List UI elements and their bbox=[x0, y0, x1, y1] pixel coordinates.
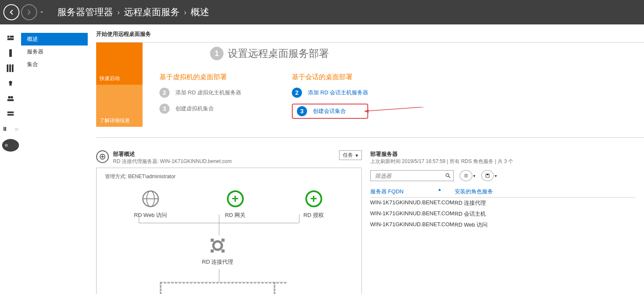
svg-rect-2 bbox=[7, 38, 13, 40]
deployment-servers-pane: 部署服务器 上次刷新时间 2019/5/17 16:57:59 | 所有 RDS… bbox=[370, 150, 636, 294]
vm-deploy-heading: 基于虚拟机的桌面部署 bbox=[159, 73, 241, 82]
cell-fqdn: WIN-1K71GKINNUD.BENET.COM bbox=[370, 210, 455, 218]
breadcrumb-root[interactable]: 服务器管理器 bbox=[57, 6, 113, 19]
content-area: 开始使用远程桌面服务 快速启动 了解详细信息 1 设置远程桌面服务部署 基于虚拟… bbox=[88, 24, 644, 294]
breadcrumb: 服务器管理器 › 远程桌面服务 › 概述 bbox=[57, 6, 209, 19]
svg-rect-26 bbox=[211, 249, 214, 252]
table-row[interactable]: WIN-1K71GKINNUD.BENET.COMRD 会话主机 bbox=[370, 208, 636, 219]
rail-dashboard-icon[interactable] bbox=[4, 33, 17, 43]
step-badge-2: 2 bbox=[159, 88, 170, 98]
table-row[interactable]: WIN-1K71GKINNUD.BENET.COMRD Web 访问 bbox=[370, 219, 636, 230]
svg-point-7 bbox=[9, 81, 12, 84]
deployment-overview-pane: 部署概述 RD 连接代理服务器: WIN-1K71GKINNUD.benet.c… bbox=[96, 150, 362, 294]
filter-input[interactable] bbox=[371, 173, 442, 179]
chevron-right-icon: › bbox=[117, 8, 120, 17]
deploy-overview-sub: RD 连接代理服务器: WIN-1K71GKINNUD.benet.com bbox=[113, 158, 335, 165]
flyout-icon: ▷ bbox=[16, 127, 19, 131]
col-fqdn[interactable]: 服务器 FQDN▲ bbox=[370, 188, 455, 195]
cell-role: RD 会话主机 bbox=[455, 210, 486, 218]
tile-learn-more[interactable]: 了解详细信息 bbox=[96, 85, 143, 127]
deployment-diagram: 管理方式: BENET\administrator RD Web 访问 + RD… bbox=[96, 168, 362, 294]
col-role[interactable]: 安装的角色服务 bbox=[455, 188, 493, 195]
node-label: RD 授权 bbox=[303, 211, 323, 219]
session-step-add-host[interactable]: 2 添加 RD 会话主机服务器 bbox=[292, 88, 368, 98]
globe-icon bbox=[140, 189, 161, 209]
svg-line-29 bbox=[449, 176, 450, 178]
step-label: 添加 RD 会话主机服务器 bbox=[308, 89, 368, 96]
deploy-servers-sub: 上次刷新时间 2019/5/17 16:57:59 | 所有 RDS 角色服务 … bbox=[370, 158, 636, 165]
step-badge-2: 2 bbox=[292, 88, 302, 98]
sort-asc-icon: ▲ bbox=[438, 187, 442, 192]
svg-rect-11 bbox=[7, 112, 13, 113]
node-rd-licensing[interactable]: + RD 授权 bbox=[303, 189, 323, 219]
step-badge-3: 3 bbox=[297, 106, 307, 116]
svg-rect-24 bbox=[211, 239, 214, 242]
nav-collections[interactable]: 集合 bbox=[21, 58, 88, 71]
breadcrumb-page[interactable]: 概述 bbox=[191, 6, 209, 19]
deploy-overview-title: 部署概述 bbox=[113, 150, 335, 158]
tasks-label: 任务 bbox=[343, 152, 353, 159]
table-row[interactable]: WIN-1K71GKINNUD.BENET.COMRD 连接代理 bbox=[370, 198, 636, 208]
svg-rect-5 bbox=[9, 64, 11, 72]
chevron-down-icon: ▾ bbox=[495, 174, 497, 178]
add-icon: + bbox=[305, 190, 322, 207]
svg-line-16 bbox=[364, 107, 423, 111]
nav-overview[interactable]: 概述 bbox=[21, 33, 88, 45]
nav-servers[interactable]: 服务器 bbox=[21, 45, 88, 58]
tile-quick-start[interactable]: 快速启动 bbox=[96, 43, 143, 85]
svg-point-9 bbox=[11, 96, 13, 99]
save-query-button[interactable] bbox=[481, 170, 494, 181]
session-step-create-collection[interactable]: 3 创建会话集合 bbox=[292, 104, 368, 119]
tile-label: 了解详细信息 bbox=[100, 117, 130, 124]
icon-rail: ▷ ▷ bbox=[0, 24, 21, 294]
rail-storage-icon[interactable] bbox=[4, 109, 17, 119]
svg-point-8 bbox=[8, 96, 11, 99]
svg-marker-17 bbox=[364, 110, 369, 113]
svg-rect-4 bbox=[7, 64, 8, 72]
tasks-dropdown[interactable]: 任务 ▾ bbox=[339, 150, 362, 160]
annotation-arrow bbox=[360, 107, 423, 115]
svg-rect-10 bbox=[7, 99, 13, 102]
node-rd-gateway[interactable]: + RD 网关 bbox=[225, 189, 245, 219]
step-label: 创建虚拟机集合 bbox=[175, 105, 214, 112]
managed-as-label: 管理方式: BENET\administrator bbox=[105, 173, 353, 180]
chevron-down-icon: ▾ bbox=[473, 174, 475, 178]
setup-title: 设置远程桌面服务部署 bbox=[228, 47, 329, 60]
step-label: 添加 RD 虚拟化主机服务器 bbox=[175, 89, 241, 96]
getting-started-panel: 快速启动 了解详细信息 1 设置远程桌面服务部署 基于虚拟机的桌面部署 2 添加… bbox=[96, 43, 644, 138]
svg-rect-0 bbox=[7, 36, 9, 38]
rail-certificates-icon[interactable] bbox=[4, 78, 17, 88]
rail-group-icon[interactable] bbox=[4, 94, 17, 104]
search-icon[interactable] bbox=[442, 173, 453, 179]
session-deploy-heading: 基于会话的桌面部署 bbox=[292, 73, 368, 82]
broker-icon bbox=[207, 235, 228, 256]
svg-rect-27 bbox=[221, 249, 224, 252]
filter-box bbox=[370, 170, 454, 181]
svg-rect-6 bbox=[12, 64, 13, 72]
view-options-button[interactable] bbox=[460, 170, 472, 181]
cell-fqdn: WIN-1K71GKINNUD.BENET.COM bbox=[370, 199, 455, 207]
vm-step-add-host[interactable]: 2 添加 RD 虚拟化主机服务器 bbox=[159, 88, 241, 98]
svg-rect-25 bbox=[221, 239, 224, 242]
rail-rds-icon[interactable]: ▷ bbox=[2, 139, 19, 152]
vm-step-create-collection[interactable]: 3 创建虚拟机集合 bbox=[159, 104, 241, 114]
node-label: RD 连接代理 bbox=[202, 258, 233, 266]
rail-tools-icon[interactable]: ▷ bbox=[2, 124, 19, 134]
cell-role: RD 连接代理 bbox=[455, 199, 486, 207]
rail-all-servers-icon[interactable] bbox=[4, 63, 17, 73]
deploy-servers-title: 部署服务器 bbox=[370, 150, 636, 158]
svg-rect-13 bbox=[3, 127, 4, 131]
getting-started-heading: 开始使用远程桌面服务 bbox=[96, 30, 644, 38]
svg-rect-3 bbox=[9, 49, 12, 57]
chevron-down-icon: ▾ bbox=[356, 152, 358, 158]
forward-button[interactable] bbox=[21, 4, 37, 20]
svg-point-23 bbox=[215, 243, 221, 249]
rail-local-server-icon[interactable] bbox=[4, 48, 17, 58]
node-rd-broker[interactable]: RD 连接代理 bbox=[202, 235, 233, 266]
step-badge-3: 3 bbox=[159, 104, 170, 114]
svg-rect-1 bbox=[10, 36, 13, 38]
dropdown-indicator[interactable] bbox=[39, 9, 45, 15]
breadcrumb-service[interactable]: 远程桌面服务 bbox=[124, 6, 180, 19]
back-button[interactable] bbox=[3, 4, 19, 20]
flyout-icon: ▷ bbox=[16, 143, 19, 148]
